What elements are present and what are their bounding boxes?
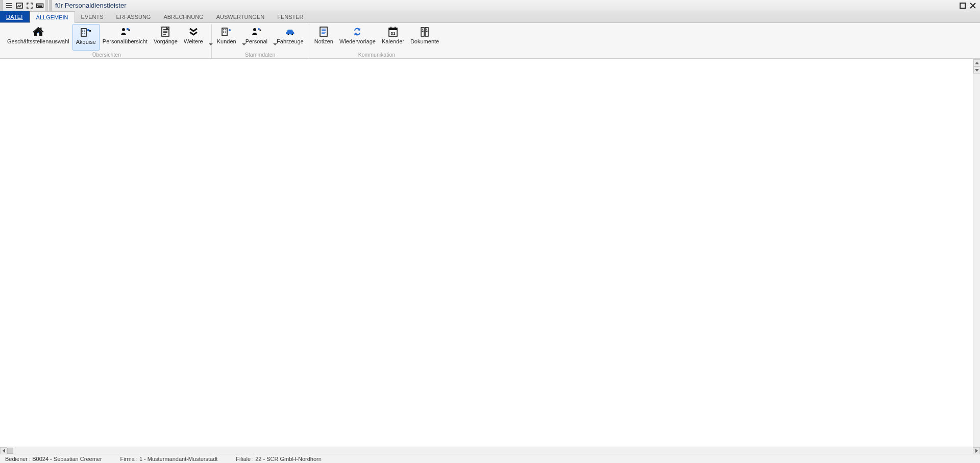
- scroll-right-icon[interactable]: [973, 447, 980, 454]
- svg-rect-1: [37, 4, 43, 7]
- geschaeftsstellenauswahl-label: Geschäftsstellenauswahl: [7, 39, 69, 44]
- ribbon-group-caption: Kommunikation: [311, 51, 443, 58]
- akquise-button[interactable]: Akquise: [72, 24, 100, 51]
- status-bediener-label: Bediener :: [5, 456, 31, 462]
- car-icon: [283, 25, 297, 38]
- tab-datei[interactable]: DATEI: [0, 11, 30, 22]
- grip-icon: [45, 0, 48, 11]
- vorgaenge-label: Vorgänge: [154, 39, 178, 44]
- tab-abrechnung[interactable]: ABRECHNUNG: [157, 11, 210, 22]
- tab-datei-label: DATEI: [6, 14, 23, 20]
- statusbar: Bediener : B0024 - Sebastian Creemer Fir…: [0, 454, 980, 463]
- personal-label: Personal: [246, 39, 267, 44]
- workspace-body: [0, 59, 980, 454]
- kunden-label: Kunden: [217, 39, 236, 44]
- status-bediener-value: B0024 - Sebastian Creemer: [32, 456, 102, 462]
- vorgaenge-button[interactable]: Vorgänge: [151, 24, 181, 51]
- menu-icon[interactable]: [4, 1, 14, 11]
- tab-label: AUSWERTUNGEN: [216, 14, 265, 20]
- scroll-down-icon[interactable]: [973, 66, 980, 74]
- notizen-button[interactable]: Notizen: [311, 24, 336, 51]
- vertical-scrollbar[interactable]: [973, 59, 980, 447]
- ribbon-group-kommunikation: NotizenWiedervorlageKalenderDokumenteKom…: [309, 24, 445, 58]
- status-firma-label: Firma :: [120, 456, 138, 462]
- status-filiale: Filiale : 22 - SCR GmbH-Nordhorn: [232, 456, 326, 462]
- window-title: für Personaldienstleister: [55, 2, 126, 9]
- keyboard-icon[interactable]: [35, 1, 45, 11]
- grip-icon: [0, 0, 3, 11]
- binder-icon: [418, 25, 432, 38]
- tab-label: FENSTER: [277, 14, 303, 20]
- dokumente-button[interactable]: Dokumente: [407, 24, 442, 51]
- home-icon: [31, 25, 45, 38]
- image-icon[interactable]: [14, 1, 24, 11]
- ribbon-group-stammdaten: KundenPersonalFahrzeugeStammdaten: [212, 24, 309, 58]
- weitere-label: Weitere: [184, 39, 203, 44]
- kalender-label: Kalender: [382, 39, 404, 44]
- scroll-thumb[interactable]: [7, 448, 13, 454]
- window-controls: [958, 1, 980, 11]
- svg-rect-2: [960, 3, 965, 8]
- scroll-up-icon[interactable]: [973, 59, 980, 66]
- titlebar-tools: [0, 0, 53, 11]
- akquise-label: Akquise: [76, 39, 96, 45]
- tab-label: ALLGEMEIN: [36, 14, 68, 20]
- wiedervorlage-button[interactable]: Wiedervorlage: [336, 24, 379, 51]
- doc-lines-icon: [158, 25, 173, 38]
- close-icon[interactable]: [968, 1, 978, 11]
- people-plus-icon: [249, 25, 263, 38]
- ribbon-group-übersichten: GeschäftsstellenauswahlAkquisePersonalüb…: [2, 24, 212, 58]
- note-icon: [316, 25, 331, 38]
- personal-button[interactable]: Personal: [242, 24, 274, 51]
- geschaeftsstellenauswahl-button[interactable]: Geschäftsstellenauswahl: [4, 24, 72, 51]
- kunden-button[interactable]: Kunden: [214, 24, 242, 51]
- tab-erfassung[interactable]: ERFASSUNG: [110, 11, 158, 22]
- chevrons-down-icon: [186, 25, 201, 38]
- tab-label: ABRECHNUNG: [163, 14, 203, 20]
- tab-auswertungen[interactable]: AUSWERTUNGEN: [210, 11, 272, 22]
- tab-allgemein[interactable]: ALLGEMEIN: [30, 11, 75, 23]
- status-firma: Firma : 1 - Mustermandant-Musterstadt: [116, 456, 222, 462]
- fullscreen-icon[interactable]: [24, 1, 35, 11]
- workspace: [0, 59, 980, 454]
- fahrzeuge-label: Fahrzeuge: [277, 39, 304, 44]
- ribbon-group-caption: Übersichten: [4, 51, 209, 58]
- notizen-label: Notizen: [314, 39, 333, 44]
- wiedervorlage-label: Wiedervorlage: [339, 39, 376, 44]
- titlebar: für Personaldienstleister: [0, 0, 980, 11]
- dokumente-label: Dokumente: [410, 39, 439, 44]
- tab-label: ERFASSUNG: [116, 14, 151, 20]
- cycle-icon: [350, 25, 364, 38]
- ribbon: GeschäftsstellenauswahlAkquisePersonalüb…: [0, 23, 980, 59]
- ribbon-group-caption: Stammdaten: [214, 51, 307, 58]
- scroll-left-icon[interactable]: [0, 447, 7, 454]
- tab-events[interactable]: EVENTS: [75, 11, 110, 22]
- horizontal-scrollbar[interactable]: [0, 447, 980, 454]
- kalender-button[interactable]: Kalender: [379, 24, 407, 51]
- building-plus-icon: [219, 25, 234, 38]
- tab-fenster[interactable]: FENSTER: [271, 11, 310, 22]
- status-bediener: Bediener : B0024 - Sebastian Creemer: [1, 456, 106, 462]
- calendar-icon: [386, 25, 400, 38]
- tabstrip: DATEI ALLGEMEINEVENTSERFASSUNGABRECHNUNG…: [0, 11, 980, 23]
- status-filiale-label: Filiale :: [236, 456, 254, 462]
- tab-label: EVENTS: [81, 14, 104, 20]
- people-icon: [118, 25, 132, 38]
- weitere-button[interactable]: Weitere: [181, 24, 209, 51]
- fahrzeuge-button[interactable]: Fahrzeuge: [274, 24, 307, 51]
- personaluebersicht-label: Personalübersicht: [103, 39, 148, 44]
- grip-icon: [49, 0, 52, 11]
- status-firma-value: 1 - Mustermandant-Musterstadt: [139, 456, 217, 462]
- maximize-icon[interactable]: [958, 1, 968, 11]
- status-filiale-value: 22 - SCR GmbH-Nordhorn: [255, 456, 322, 462]
- building-people-icon: [79, 26, 93, 39]
- personaluebersicht-button[interactable]: Personalübersicht: [100, 24, 151, 51]
